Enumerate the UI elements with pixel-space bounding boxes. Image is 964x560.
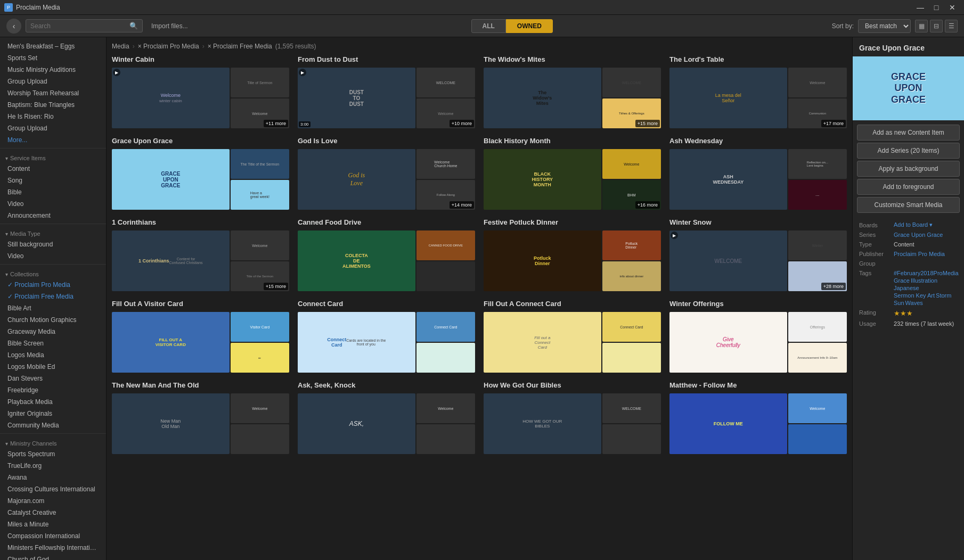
sidebar-item-miles[interactable]: Miles a Minute: [0, 518, 106, 530]
thumb-main[interactable]: TheWidow'sMites: [484, 68, 601, 128]
window-controls[interactable]: — □ ✕: [913, 0, 960, 15]
add-foreground-button[interactable]: Add to foreground: [857, 179, 960, 195]
sidebar-item-baptism[interactable]: Baptism: Blue Triangles: [0, 99, 106, 111]
sidebar-item-crossing[interactable]: Crossing Cultures International: [0, 483, 106, 495]
search-input[interactable]: [30, 22, 129, 30]
sort-select[interactable]: Best match Newest Oldest: [858, 19, 911, 33]
sidebar-item-truelife[interactable]: TrueLife.org: [0, 460, 106, 472]
breadcrumb-media[interactable]: Media: [112, 43, 129, 50]
sidebar-item-igniter[interactable]: Igniter Originals: [0, 408, 106, 419]
tab-owned[interactable]: OWNED: [506, 19, 553, 33]
media-thumbs[interactable]: New ManOld Man Welcome: [112, 393, 289, 454]
thumb-side-2[interactable]: [788, 424, 847, 454]
thumb-main[interactable]: GiveCheerfully: [669, 312, 787, 373]
series-value[interactable]: Grace Upon Grace: [894, 232, 958, 238]
play-icon[interactable]: ▶: [113, 69, 120, 76]
media-thumbs[interactable]: BLACKHISTORYMONTH Welcome BHM: [484, 149, 661, 210]
sidebar-item-sports-set[interactable]: Sports Set: [0, 52, 106, 64]
minimize-button[interactable]: —: [913, 0, 928, 15]
thumb-side-2[interactable]: [231, 424, 289, 454]
publisher-value[interactable]: Proclaim Pro Media: [894, 251, 958, 257]
media-thumbs[interactable]: WELCOME ▶ Winter: [669, 230, 847, 291]
thumb-main[interactable]: DUSTTODUST ▶: [298, 68, 415, 128]
slider-icon[interactable]: ⊟: [930, 20, 943, 32]
media-thumbs[interactable]: GRACEUPONGRACE The Title of the Sermon H…: [112, 149, 289, 210]
sidebar-item-content[interactable]: Content: [0, 163, 106, 175]
thumb-main[interactable]: Welcomewinter cabin ▶: [112, 68, 230, 128]
sidebar-item-group-upload-2[interactable]: Group Upload: [0, 122, 106, 134]
sidebar-item-bible-screen[interactable]: Bible Screen: [0, 337, 106, 349]
thumb-side-1[interactable]: Winter: [788, 230, 847, 260]
thumb-side-2[interactable]: [602, 424, 661, 454]
sidebar-item-church-motion[interactable]: Church Motion Graphics: [0, 314, 106, 326]
sidebar-item-catalyst[interactable]: Catalyst Creative: [0, 507, 106, 518]
media-thumbs[interactable]: Fill out aConnectCard Connect Card: [484, 312, 661, 373]
media-thumbs[interactable]: 1 Corinthians Content forConfused Christ…: [112, 230, 289, 291]
sidebar-item-church-of-god[interactable]: Church of God: [0, 554, 106, 560]
add-series-button[interactable]: Add Series (20 Items): [857, 143, 960, 159]
thumb-side-2[interactable]: Announcement Info 9–10am: [788, 343, 847, 373]
sidebar-item-graceway[interactable]: Graceway Media: [0, 326, 106, 337]
ministry-channels-section[interactable]: Ministry Channels: [0, 436, 106, 448]
apply-background-button[interactable]: Apply as background: [857, 161, 960, 177]
boards-add-button[interactable]: Add to Board ▾: [894, 221, 933, 228]
sidebar-item-proclaim-pro[interactable]: ✓ Proclaim Pro Media: [0, 279, 106, 291]
thumb-side-1[interactable]: The Title of the Sermon: [231, 149, 289, 179]
sidebar-item-majoran[interactable]: Majoran.com: [0, 495, 106, 507]
breadcrumb-pro[interactable]: × Proclaim Pro Media: [138, 43, 199, 50]
tag-sun[interactable]: Sun: [894, 300, 904, 306]
sidebar-item-logos-mobile[interactable]: Logos Mobile Ed: [0, 361, 106, 373]
media-thumbs[interactable]: La mesa delSeñor Welcome Communion: [669, 68, 847, 128]
thumb-side-1[interactable]: Title of Sermon: [231, 68, 289, 97]
thumb-main[interactable]: ASK,: [298, 393, 415, 454]
tag-storm[interactable]: Storm: [936, 292, 951, 299]
thumb-side-2[interactable]: [416, 261, 475, 291]
thumb-side-2[interactable]: [602, 343, 661, 373]
tag-sermon-key-art[interactable]: Sermon Key Art: [894, 292, 935, 299]
tab-all[interactable]: ALL: [471, 19, 506, 33]
sidebar-item-mens-breakfast[interactable]: Men's Breakfast – Eggs: [0, 40, 106, 52]
thumb-main[interactable]: WELCOME ▶: [669, 230, 787, 291]
sidebar-item-logos-media[interactable]: Logos Media: [0, 349, 106, 361]
thumb-side-2[interactable]: ---: [788, 180, 847, 210]
media-thumbs[interactable]: PotluckDinner PotluckDinner info about d…: [484, 230, 661, 291]
list-view-icon[interactable]: ☰: [945, 20, 958, 32]
thumb-side-2[interactable]: [416, 343, 475, 373]
thumb-main[interactable]: BLACKHISTORYMONTH: [484, 149, 601, 210]
breadcrumb-free[interactable]: × Proclaim Free Media: [208, 43, 272, 50]
media-type-section[interactable]: Media Type: [0, 226, 106, 238]
sidebar-item-freebridge[interactable]: Freebridge: [0, 384, 106, 396]
sidebar-item-announcement[interactable]: Announcement: [0, 210, 106, 221]
thumb-side-1[interactable]: CANNED FOOD DRIVE: [416, 230, 475, 260]
sidebar-item-bible[interactable]: Bible: [0, 186, 106, 198]
sidebar-item-bible-art[interactable]: Bible Art: [0, 302, 106, 314]
thumb-main[interactable]: PotluckDinner: [484, 230, 601, 291]
thumb-side-1[interactable]: Visitor Card: [231, 312, 289, 342]
thumb-main[interactable]: New ManOld Man: [112, 393, 230, 454]
media-thumbs[interactable]: FILL OUT AVISITOR CARD Visitor Card ✏: [112, 312, 289, 373]
thumb-side-1[interactable]: Offerings: [788, 312, 847, 342]
sidebar-item-song[interactable]: Song: [0, 175, 106, 186]
tag-february[interactable]: #February2018ProMedia: [894, 270, 959, 276]
sidebar-item-ministers[interactable]: Ministers Fellowship International: [0, 542, 106, 554]
thumb-main[interactable]: COLECTADEALIMENTOS: [298, 230, 415, 291]
thumb-side-2[interactable]: [416, 424, 475, 454]
thumb-main[interactable]: FILL OUT AVISITOR CARD: [112, 312, 230, 373]
thumb-side-1[interactable]: WELCOME: [602, 393, 661, 423]
thumb-side-1[interactable]: Welcome: [416, 393, 475, 423]
tag-illustration[interactable]: Illustration: [911, 277, 937, 284]
thumb-side-1[interactable]: Welcome: [231, 230, 289, 260]
sidebar-item-awana[interactable]: Awana: [0, 472, 106, 483]
media-thumbs[interactable]: TheWidow'sMites WELCOME Tithes & Offerin…: [484, 68, 661, 128]
maximize-button[interactable]: □: [929, 0, 944, 15]
sidebar-item-compassion[interactable]: Compassion International: [0, 530, 106, 542]
play-icon[interactable]: ▶: [671, 232, 678, 239]
media-thumbs[interactable]: ASK, Welcome: [298, 393, 475, 454]
sidebar-item-group-upload-1[interactable]: Group Upload: [0, 76, 106, 87]
thumb-side-1[interactable]: Welcome: [788, 68, 847, 97]
thumb-side-1[interactable]: Reflection on...Lent begins: [788, 149, 847, 179]
media-thumbs[interactable]: DUSTTODUST ▶ WELCOME Welcome: [298, 68, 475, 128]
media-thumbs[interactable]: COLECTADEALIMENTOS CANNED FOOD DRIVE: [298, 230, 475, 291]
sidebar-item-video-type[interactable]: Video: [0, 250, 106, 262]
sidebar-item-dan-stevers[interactable]: Dan Stevers: [0, 373, 106, 384]
